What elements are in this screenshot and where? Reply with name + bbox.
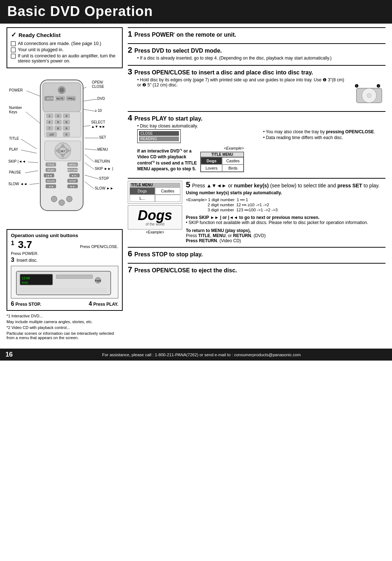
svg-text:PAUSE: PAUSE xyxy=(9,170,21,174)
checkbox-2 xyxy=(11,48,16,52)
svg-text:◄◄: ◄◄ xyxy=(48,185,53,188)
op-step-3: 3 Insert disc. xyxy=(11,256,118,264)
left-column: ✓ Ready Checklist All connections are ma… xyxy=(7,27,123,341)
step-1-header: 1 Press POWER* on the remote or unit. xyxy=(128,30,385,38)
svg-text:4: 4 xyxy=(49,121,50,124)
num-ex-2: 2 digit number 12 ••• ≥10 ->1 ->2 xyxy=(186,203,385,207)
step-2-body: • If a disc is already inserted, go to s… xyxy=(137,56,385,61)
svg-text:5: 5 xyxy=(57,121,59,124)
step-3-num: 3 xyxy=(128,68,132,76)
svg-line-34 xyxy=(85,175,99,179)
svg-text:2: 2 xyxy=(57,114,59,118)
step-5-example-label: <Example> xyxy=(128,230,182,234)
svg-text:RETURN: RETURN xyxy=(67,169,78,171)
svg-text:7: 7 xyxy=(49,127,50,130)
footnote-2: May include multiple camera angles, stor… xyxy=(7,320,123,324)
svg-text:MUTE: MUTE xyxy=(56,97,64,100)
op-step-1: 1 xyxy=(11,240,14,247)
step-5-title-menu-header: TITLE MENU xyxy=(130,183,180,187)
step-5-cell-dogs: Dogs xyxy=(130,187,155,195)
checklist-item-3: If unit is connected to an audio amplifi… xyxy=(11,53,118,64)
step-5-num: 5 xyxy=(186,181,190,189)
step-5-left: TITLE MENU Dogs Castles L... Dogs of the… xyxy=(128,181,182,234)
step-4-screen: CLOSE READING xyxy=(137,129,181,143)
step-6-section: 6 Press STOP to stop play. xyxy=(128,247,385,262)
number-examples: <Example> 1 digit number 1 ••• 1 2 digit… xyxy=(186,198,385,212)
svg-line-14 xyxy=(29,183,39,184)
reading-screen-bar: READING xyxy=(139,137,179,141)
step-4-header: 4 Press PLAY to start play. xyxy=(128,114,385,122)
footer-text: For assistance, please call : 1-800-211-… xyxy=(15,353,388,357)
checkmark-icon: ✓ xyxy=(11,31,16,39)
interactive-dvd-text: If an interactive DVD*1 or a Video CD wi… xyxy=(137,148,197,172)
dogs-large-text: Dogs xyxy=(131,208,179,222)
svg-line-8 xyxy=(21,150,37,153)
unit-svg: 12:00 DVD PWR xyxy=(13,268,114,298)
svg-text:SLOW ►►: SLOW ►► xyxy=(95,186,114,190)
step-3-layout: • Hold disc by its edges only (page 7) w… xyxy=(137,77,385,107)
step-4-title: Press PLAY to start play. xyxy=(134,115,202,122)
title-menu-header: TITLE MENU xyxy=(201,152,244,157)
num-ex-3: 3 digit number 123 •••100 ->1 ->2 ->3 xyxy=(186,208,385,212)
svg-text:DVD: DVD xyxy=(22,281,28,284)
svg-text:TITLE: TITLE xyxy=(9,137,19,141)
svg-text:6: 6 xyxy=(66,121,68,124)
checklist-item-2: Your unit is plugged in. xyxy=(11,47,118,52)
svg-line-6 xyxy=(21,139,37,149)
footnotes: *1 Interactive DVD... May include multip… xyxy=(7,314,123,340)
svg-text:Keys: Keys xyxy=(9,110,17,114)
step-1-num: 1 xyxy=(128,30,132,38)
checkbox-1 xyxy=(11,41,16,46)
svg-text:Number: Number xyxy=(9,106,22,110)
step-3-header: 3 Press OPEN/CLOSE to insert a disc and … xyxy=(128,68,385,76)
title-menu-cell-birds: Birds xyxy=(222,164,244,172)
svg-text:CLOSE: CLOSE xyxy=(92,85,104,89)
step-1-title: Press POWER* on the remote or unit. xyxy=(134,32,236,38)
title-menu-box: TITLE MENU Dogs Castles Lovers Birds xyxy=(200,152,244,172)
disc-tray-image: ❶ ❷ xyxy=(353,77,385,107)
svg-point-100 xyxy=(66,196,72,202)
footnote-1: *1 Interactive DVD... xyxy=(7,314,123,318)
step-7-title: Press OPEN/CLOSE to eject the disc. xyxy=(134,267,237,274)
svg-text:3: 3 xyxy=(66,114,68,118)
step-7-header: 7 Press OPEN/CLOSE to eject the disc. xyxy=(128,266,385,274)
svg-text:MENU: MENU xyxy=(69,163,77,166)
svg-line-36 xyxy=(85,182,94,189)
step-6-title: Press STOP to stop play. xyxy=(134,251,203,258)
svg-text:1: 1 xyxy=(49,114,50,118)
checklist-title: ✓ Ready Checklist xyxy=(11,31,118,39)
svg-line-12 xyxy=(25,171,38,173)
svg-text:8: 8 xyxy=(57,127,59,130)
step-5-grid: Dogs Castles L... xyxy=(130,187,180,202)
svg-point-98 xyxy=(51,196,57,202)
checkbox-3 xyxy=(11,54,16,58)
step-4-body: • Disc tray closes automatically. CLOSE … xyxy=(137,123,385,174)
svg-line-30 xyxy=(85,154,94,162)
step-5-skip-note: Press SKIP ►► | or |◄◄ to go to next or … xyxy=(186,215,385,225)
op-big-num: 3.7 xyxy=(18,240,32,250)
svg-point-99 xyxy=(59,200,65,206)
step-4-right: • You may also close the tray by pressin… xyxy=(263,129,385,143)
svg-text:0: 0 xyxy=(66,133,68,136)
svg-line-32 xyxy=(85,163,94,169)
svg-text:ACTION: ACTION xyxy=(47,97,56,100)
svg-text:►►: ►► xyxy=(70,185,75,188)
step-5-cell-empty xyxy=(155,195,180,202)
step-4-num: 4 xyxy=(128,114,132,122)
step-5-cell-l: L... xyxy=(130,195,155,202)
svg-line-24 xyxy=(83,126,90,126)
title-menu-cell-dogs: Dogs xyxy=(201,157,222,164)
svg-text:≥ 10: ≥ 10 xyxy=(95,109,102,113)
svg-text:≥10: ≥10 xyxy=(49,133,54,136)
svg-text:MENU: MENU xyxy=(97,147,108,151)
close-screen-bar: CLOSE xyxy=(139,131,179,136)
page-header: Basic DVD Operation xyxy=(0,0,392,24)
svg-text:SET: SET xyxy=(60,150,65,153)
footnote-4: Particular scenes or information can be … xyxy=(7,331,123,340)
step-2-num: 2 xyxy=(128,46,132,54)
step-3-text: • Hold disc by its edges only (page 7) w… xyxy=(137,77,349,88)
step-5-cell-castles: Castles xyxy=(155,187,180,195)
svg-text:SELECT: SELECT xyxy=(91,120,105,124)
disc-tray-svg: ❶ ❷ xyxy=(353,77,385,106)
svg-text:SKIP ►► |: SKIP ►► | xyxy=(95,167,113,171)
